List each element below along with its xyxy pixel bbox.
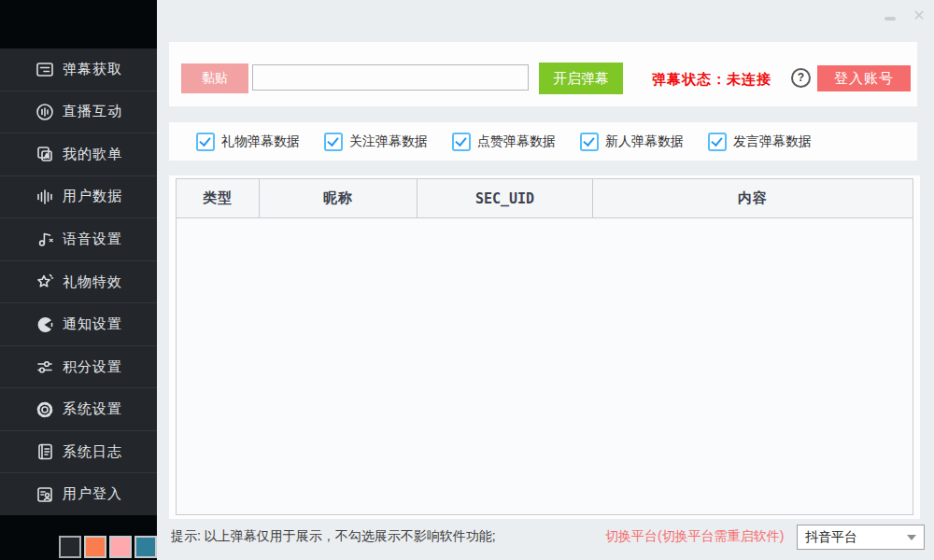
system-log-icon xyxy=(35,441,55,462)
help-icon[interactable]: ? xyxy=(791,68,811,88)
voice-settings-icon xyxy=(35,229,55,249)
sidebar-item-voice-settings[interactable]: 语音设置 xyxy=(0,217,157,260)
sidebar-item-system-settings[interactable]: 系统设置 xyxy=(0,387,157,430)
column-header-nickname: 昵称 xyxy=(259,179,417,217)
close-button[interactable]: ✕ xyxy=(910,6,928,26)
filter-newcomer-danmaku[interactable]: 新人弹幕数据 xyxy=(580,133,684,151)
sidebar-item-user-data[interactable]: 用户数据 xyxy=(0,175,157,218)
checkbox-checked-icon[interactable] xyxy=(452,133,471,151)
footer-hint-text: 提示: 以上弹幕仅用于展示，不勾选展示不影响软件功能; xyxy=(171,528,496,545)
sidebar-menu: 弹幕获取 直播互动 我的歌单 用户数据 xyxy=(0,49,157,515)
start-danmaku-button[interactable]: 开启弹幕 xyxy=(539,63,623,94)
sidebar-item-gift-effects[interactable]: 礼物特效 xyxy=(0,260,157,303)
minimize-button[interactable] xyxy=(884,17,896,21)
sidebar-item-label: 用户数据 xyxy=(63,188,122,205)
filter-label: 新人弹幕数据 xyxy=(605,133,684,150)
platform-select[interactable]: 抖音平台 xyxy=(797,525,925,550)
sidebar-item-label: 积分设置 xyxy=(63,358,122,376)
theme-swatch-pink[interactable] xyxy=(109,536,132,558)
live-interaction-icon xyxy=(35,102,55,122)
theme-palette xyxy=(59,536,157,558)
sidebar-item-label: 通知设置 xyxy=(63,315,122,333)
danmaku-table-panel: 类型 昵称 SEC_UID 内容 xyxy=(169,175,920,519)
filter-label: 点赞弹幕数据 xyxy=(477,133,556,150)
sidebar-item-user-login[interactable]: 用户登入 xyxy=(0,472,157,515)
table-body-empty xyxy=(177,218,913,514)
toolbar-panel: 黏贴 开启弹幕 弹幕状态：未连接 ? 登入账号 xyxy=(169,42,917,106)
sidebar-item-label: 系统设置 xyxy=(63,400,122,418)
sidebar-item-notification-settings[interactable]: 通知设置 xyxy=(0,302,157,345)
sidebar-footer xyxy=(0,515,157,560)
system-settings-icon xyxy=(35,399,55,420)
user-login-icon xyxy=(35,484,55,505)
filter-gift-danmaku[interactable]: 礼物弹幕数据 xyxy=(196,133,300,151)
filter-follow-danmaku[interactable]: 关注弹幕数据 xyxy=(324,133,428,151)
room-url-input[interactable] xyxy=(252,64,529,91)
notification-settings-icon xyxy=(35,315,55,335)
danmaku-status-text: 弹幕状态：未连接 xyxy=(652,71,771,89)
column-header-content: 内容 xyxy=(592,179,913,217)
column-header-type: 类型 xyxy=(177,179,259,217)
checkbox-checked-icon[interactable] xyxy=(580,133,599,151)
theme-swatch-dark[interactable] xyxy=(59,536,81,558)
sidebar-item-label: 语音设置 xyxy=(63,231,122,248)
filter-label: 关注弹幕数据 xyxy=(349,133,428,150)
user-data-icon xyxy=(35,187,55,207)
points-settings-icon xyxy=(35,357,55,377)
switch-platform-link[interactable]: 切换平台(切换平台需重启软件) xyxy=(605,528,784,545)
sidebar-item-label: 系统日志 xyxy=(63,443,122,461)
sidebar-item-danmaku-fetch[interactable]: 弹幕获取 xyxy=(0,49,157,91)
filter-chat-danmaku[interactable]: 发言弹幕数据 xyxy=(708,133,812,151)
sidebar-item-playlist[interactable]: 我的歌单 xyxy=(0,133,157,175)
sidebar-logo-area xyxy=(0,0,157,49)
theme-swatch-teal[interactable] xyxy=(134,536,157,558)
paste-button[interactable]: 黏贴 xyxy=(181,63,248,93)
sidebar-item-label: 用户登入 xyxy=(63,485,122,503)
sidebar-item-label: 我的歌单 xyxy=(63,146,122,163)
chevron-down-icon xyxy=(907,535,916,540)
checkbox-checked-icon[interactable] xyxy=(708,133,727,151)
sidebar-item-label: 直播互动 xyxy=(63,103,122,120)
sidebar-item-live-interaction[interactable]: 直播互动 xyxy=(0,91,157,133)
theme-swatch-orange[interactable] xyxy=(84,536,106,558)
sidebar-item-system-log[interactable]: 系统日志 xyxy=(0,430,157,473)
danmaku-table: 类型 昵称 SEC_UID 内容 xyxy=(176,178,913,515)
sidebar-item-label: 弹幕获取 xyxy=(63,61,122,78)
danmaku-fetch-icon xyxy=(35,59,55,79)
playlist-icon xyxy=(35,144,55,164)
sidebar: 弹幕获取 直播互动 我的歌单 用户数据 xyxy=(0,0,157,560)
titlebar: ✕ xyxy=(157,0,934,42)
checkbox-checked-icon[interactable] xyxy=(324,133,343,151)
filters-panel: 礼物弹幕数据 关注弹幕数据 点赞弹幕数据 新人弹幕数据 发言弹幕数据 xyxy=(169,122,917,161)
sidebar-item-points-settings[interactable]: 积分设置 xyxy=(0,345,157,388)
filter-like-danmaku[interactable]: 点赞弹幕数据 xyxy=(452,133,556,151)
platform-select-value: 抖音平台 xyxy=(798,529,907,546)
filter-label: 礼物弹幕数据 xyxy=(221,133,300,150)
checkbox-checked-icon[interactable] xyxy=(196,133,215,151)
table-header-row: 类型 昵称 SEC_UID 内容 xyxy=(177,179,913,218)
column-header-sec-uid: SEC_UID xyxy=(417,179,592,217)
login-account-button[interactable]: 登入账号 xyxy=(817,65,911,91)
gift-effects-icon xyxy=(35,272,55,292)
app-window: 弹幕获取 直播互动 我的歌单 用户数据 xyxy=(0,0,934,560)
filter-label: 发言弹幕数据 xyxy=(733,133,812,150)
sidebar-item-label: 礼物特效 xyxy=(63,273,122,291)
